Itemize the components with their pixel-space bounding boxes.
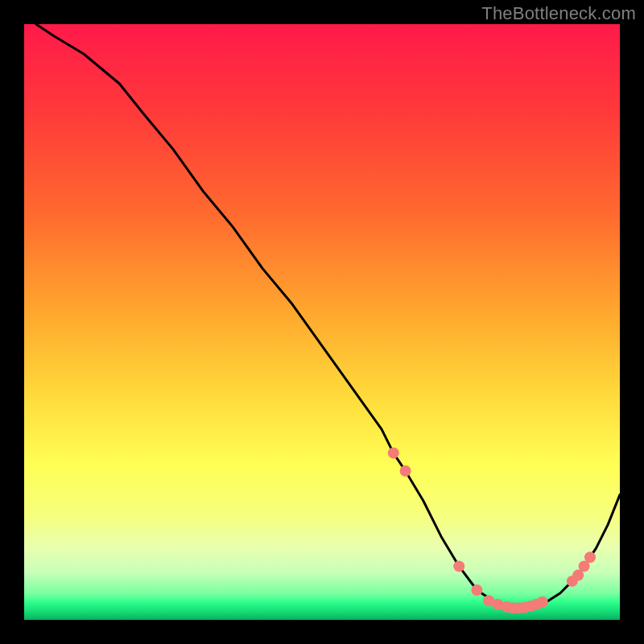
marker-dot: [388, 448, 399, 459]
marker-dot: [537, 597, 548, 608]
marker-dot: [400, 465, 411, 477]
marker-dot: [584, 551, 596, 563]
gradient-background: [24, 24, 620, 620]
marker-dot: [471, 584, 482, 596]
plot-area: [24, 24, 620, 620]
watermark-text: TheBottleneck.com: [481, 3, 636, 24]
chart-root: TheBottleneck.com: [0, 0, 644, 644]
chart-svg: [24, 24, 620, 620]
marker-dot: [453, 560, 464, 572]
